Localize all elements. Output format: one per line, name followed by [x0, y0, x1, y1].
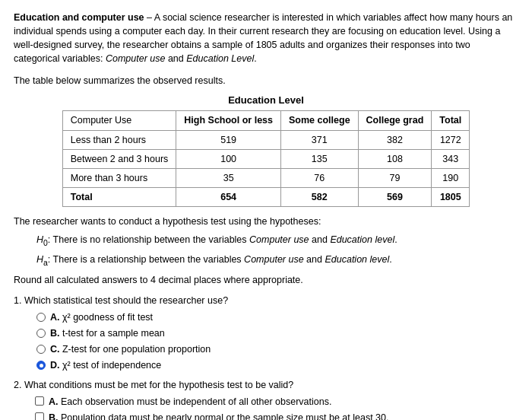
q2-option-a[interactable]: A. Each observation must be independent …	[35, 395, 518, 409]
table-cell: 1272	[432, 130, 470, 149]
table-cell: 582	[281, 187, 359, 206]
checkbox-a	[35, 396, 44, 406]
h0-line: H0: There is no relationship between the…	[36, 233, 518, 249]
table-cell: 35	[176, 168, 281, 187]
radio-circle-b	[36, 329, 46, 338]
q1-option-b[interactable]: B. t-test for a sample mean	[36, 326, 518, 340]
intro-dash: –	[144, 12, 154, 23]
education-level-title: Education Level	[14, 94, 518, 108]
q1-option-label-c: C. Z-test for one population proportion	[50, 342, 211, 356]
col-header-computer-use: Computer Use	[62, 111, 176, 130]
q1-option-a[interactable]: A. χ² goodness of fit test	[36, 310, 518, 324]
table-row: Between 2 and 3 hours100135108343	[62, 149, 470, 168]
col-header-high-school: High School or less	[176, 111, 281, 130]
radio-circle-c	[36, 345, 46, 354]
col-header-total: Total	[432, 111, 470, 130]
radio-circle-a	[36, 313, 46, 322]
col-header-college-grad: College grad	[358, 111, 432, 130]
q1-option-label-d: D. χ² test of independence	[50, 358, 161, 372]
checkbox-b	[35, 412, 44, 420]
table-row: More than 3 hours357679190	[62, 168, 470, 187]
q2-option-label-a: A. Each observation must be independent …	[49, 395, 331, 409]
question-1-label: 1. Which statistical test should the res…	[14, 294, 518, 307]
round-note: Round all calculated answers to 4 decima…	[14, 273, 518, 287]
q1-options: A. χ² goodness of fit testB. t-test for …	[36, 310, 518, 373]
data-table: Computer Use High School or less Some co…	[62, 110, 470, 207]
table-cell: Between 2 and 3 hours	[62, 149, 176, 168]
q2-option-b[interactable]: B. Population data must be nearly normal…	[35, 411, 518, 420]
table-cell: 135	[281, 149, 359, 168]
table-cell: 519	[176, 130, 281, 149]
hypothesis-intro: The researcher wants to conduct a hypoth…	[14, 215, 518, 228]
ha-label: H	[36, 254, 43, 265]
question-2-label: 2. What conditions must be met for the h…	[14, 378, 518, 392]
table-intro-text: The table below summarizes the observed …	[14, 74, 518, 88]
table-cell: 569	[358, 187, 432, 206]
ha-sub: a	[43, 258, 48, 266]
table-row: Less than 2 hours5193713821272	[62, 130, 470, 149]
table-cell: 343	[432, 149, 470, 168]
intro-paragraph: Education and computer use – A social sc…	[14, 11, 518, 66]
intro-bold: Education and computer use	[14, 12, 144, 23]
table-cell: 382	[358, 130, 432, 149]
q2-options: A. Each observation must be independent …	[35, 395, 518, 420]
h0-text: There is no relationship between the var…	[53, 234, 397, 245]
q1-option-c[interactable]: C. Z-test for one population proportion	[36, 342, 518, 356]
table-cell: 190	[432, 168, 470, 187]
ha-line: Ha: There is a relationship between the …	[36, 253, 518, 269]
table-cell: More than 3 hours	[62, 168, 176, 187]
ha-text: There is a relationship between the vari…	[53, 254, 392, 265]
table-cell: 654	[176, 187, 281, 206]
q1-option-label-b: B. t-test for a sample mean	[50, 326, 165, 340]
table-cell: 371	[281, 130, 359, 149]
h0-sub: 0	[43, 239, 48, 247]
table-cell: 108	[358, 149, 432, 168]
table-cell: Total	[62, 187, 176, 206]
q1-option-d[interactable]: D. χ² test of independence	[36, 358, 518, 372]
table-header-row: Computer Use High School or less Some co…	[62, 111, 470, 130]
table-cell: 76	[281, 168, 359, 187]
table-cell: 1805	[432, 187, 470, 206]
table-cell: 100	[176, 149, 281, 168]
q1-option-label-a: A. χ² goodness of fit test	[50, 310, 153, 324]
radio-circle-d	[36, 361, 46, 370]
h0-label: H	[36, 234, 43, 245]
q2-option-label-b: B. Population data must be nearly normal…	[49, 411, 388, 420]
table-cell: 79	[358, 168, 432, 187]
col-header-some-college: Some college	[281, 111, 359, 130]
table-row: Total6545825691805	[62, 187, 470, 206]
table-cell: Less than 2 hours	[62, 130, 176, 149]
